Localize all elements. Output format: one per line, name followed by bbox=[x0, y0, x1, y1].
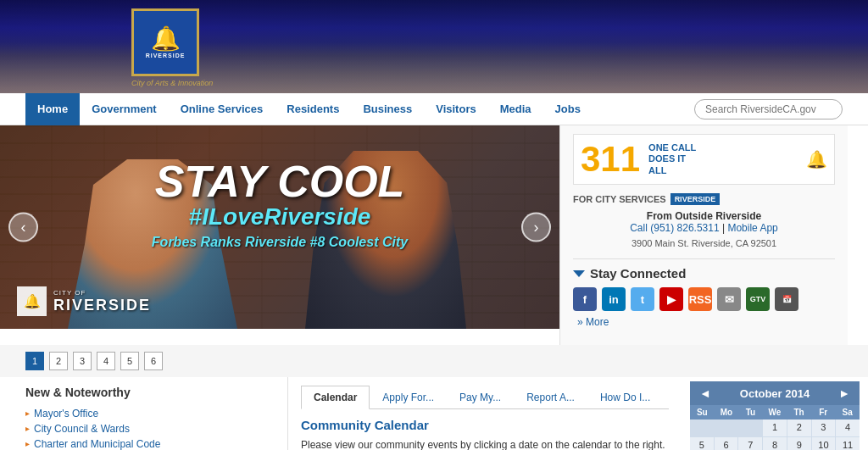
nav-items: Home Government Online Services Resident… bbox=[25, 93, 694, 125]
search-input[interactable] bbox=[694, 99, 843, 119]
cal-day-7[interactable]: 7 bbox=[738, 437, 762, 450]
nav-item-home[interactable]: Home bbox=[25, 93, 80, 125]
main-content: STAY COOL #ILoveRiverside Forbes Ranks R… bbox=[0, 125, 868, 345]
hero-next-button[interactable]: › bbox=[521, 213, 551, 242]
box-311: 311 ONE CALL DOES IT ALL 🔔 bbox=[573, 134, 835, 185]
slider-dot-3[interactable]: 3 bbox=[73, 352, 92, 370]
linkedin-icon[interactable]: in bbox=[602, 287, 626, 311]
nav-item-government[interactable]: Government bbox=[80, 93, 169, 125]
slider-dots: 1 2 3 4 5 6 bbox=[0, 345, 868, 377]
tab-calendar[interactable]: Calendar bbox=[301, 386, 370, 409]
rss-icon[interactable]: RSS bbox=[688, 287, 712, 311]
nav-item-online-services[interactable]: Online Services bbox=[169, 93, 275, 125]
hero-text: STAY COOL #ILoveRiverside Forbes Ranks R… bbox=[68, 159, 492, 250]
hero-hashtag: #ILoveRiverside bbox=[68, 203, 492, 231]
cal-day-4[interactable]: 4 bbox=[836, 419, 860, 436]
outside-riverside-label: From Outside Riverside bbox=[647, 210, 761, 222]
charter-link[interactable]: Charter and Municipal Code bbox=[34, 438, 160, 450]
day-we: We bbox=[763, 408, 787, 417]
cal-empty bbox=[738, 419, 762, 436]
stay-connected-section: Stay Connected f in t ▶ RSS ✉ GTV 📅 » Mo… bbox=[573, 266, 835, 328]
social-icons-row: f in t ▶ RSS ✉ GTV 📅 » More bbox=[573, 287, 835, 328]
tab-apply-for[interactable]: Apply For... bbox=[370, 386, 447, 409]
slider-dot-2[interactable]: 2 bbox=[49, 352, 68, 370]
cal-day-8[interactable]: 8 bbox=[763, 437, 787, 450]
cal-empty bbox=[715, 419, 738, 436]
cal-empty bbox=[690, 419, 714, 436]
cal-day-1[interactable]: 1 bbox=[763, 419, 787, 436]
triangle-icon bbox=[573, 270, 585, 277]
tab-pay-my[interactable]: Pay My... bbox=[447, 386, 514, 409]
cal-day-6[interactable]: 6 bbox=[715, 437, 738, 450]
hero-slider: STAY COOL #ILoveRiverside Forbes Ranks R… bbox=[0, 125, 559, 329]
gtv-icon[interactable]: GTV bbox=[746, 287, 770, 311]
list-item-mayors-office: Mayor's Office bbox=[25, 406, 270, 421]
cal-day-10[interactable]: 10 bbox=[812, 437, 836, 450]
cal-day-5[interactable]: 5 bbox=[690, 437, 714, 450]
day-tu: Tu bbox=[738, 408, 763, 417]
calendar-small-icon[interactable]: 📅 bbox=[775, 287, 798, 311]
slider-dot-6[interactable]: 6 bbox=[144, 352, 163, 370]
nav-item-visitors[interactable]: Visitors bbox=[424, 93, 487, 125]
calendar-description: Please view our community events by clic… bbox=[301, 437, 669, 450]
slider-dot-5[interactable]: 5 bbox=[120, 352, 139, 370]
logo-container: 🔔 RIVERSIDE City of Arts & Innovation bbox=[131, 8, 213, 87]
tab-report-a[interactable]: Report A... bbox=[514, 386, 587, 409]
num-311: 311 bbox=[581, 142, 640, 177]
hero-logo: 🔔 CITY OF RIVERSIDE bbox=[17, 286, 151, 316]
calendar-days-header: Su Mo Tu We Th Fr Sa bbox=[690, 405, 860, 419]
banner-lights bbox=[0, 42, 868, 93]
calendar-month-label: October 2014 bbox=[740, 387, 810, 400]
for-city-text: FOR CITY SERVICES bbox=[573, 194, 666, 204]
bell-icon: 🔔 bbox=[151, 27, 181, 51]
mayors-office-link[interactable]: Mayor's Office bbox=[34, 408, 98, 419]
more-link[interactable]: » More bbox=[577, 316, 609, 328]
left-col: New & Noteworthy Mayor's Office City Cou… bbox=[0, 377, 288, 450]
311-bell-icon: 🔔 bbox=[806, 149, 827, 169]
day-fr: Fr bbox=[811, 408, 836, 417]
new-noteworthy-title: New & Noteworthy bbox=[25, 386, 270, 399]
hero-subtitle: Forbes Ranks Riverside #8 Coolest City bbox=[68, 235, 492, 250]
riverside-badge: RIVERSIDE bbox=[670, 193, 721, 205]
logo-subtitle: City of Arts & Innovation bbox=[131, 79, 213, 87]
nav-item-business[interactable]: Business bbox=[351, 93, 424, 125]
nav-item-residents[interactable]: Residents bbox=[275, 93, 351, 125]
hero-logo-icon: 🔔 bbox=[17, 286, 47, 316]
email-icon[interactable]: ✉ bbox=[717, 287, 741, 311]
list-item-city-council: City Council & Wards bbox=[25, 421, 270, 436]
slider-dot-4[interactable]: 4 bbox=[97, 352, 115, 370]
city-council-link[interactable]: City Council & Wards bbox=[34, 423, 130, 435]
cal-day-2[interactable]: 2 bbox=[787, 419, 811, 436]
right-sidebar: 311 ONE CALL DOES IT ALL 🔔 FOR CITY SERV… bbox=[559, 125, 848, 345]
list-item-charter: Charter and Municipal Code bbox=[25, 436, 270, 450]
banner: 🔔 RIVERSIDE City of Arts & Innovation bbox=[0, 0, 868, 93]
nav-search bbox=[694, 99, 843, 119]
hero-prev-button[interactable]: ‹ bbox=[8, 213, 38, 242]
bottom-wrapper: New & Noteworthy Mayor's Office City Cou… bbox=[0, 377, 868, 450]
twitter-icon[interactable]: t bbox=[631, 287, 654, 311]
facebook-icon[interactable]: f bbox=[573, 287, 597, 311]
cal-day-3[interactable]: 3 bbox=[812, 419, 836, 436]
address-text: 3900 Main St. Riverside, CA 92501 bbox=[573, 238, 835, 248]
nav-item-media[interactable]: Media bbox=[488, 93, 543, 125]
noteworthy-list: Mayor's Office City Council & Wards Char… bbox=[25, 406, 270, 450]
mobile-app-link[interactable]: Mobile App bbox=[727, 222, 777, 234]
community-calendar-title: Community Calendar bbox=[301, 418, 669, 432]
calendar-header: ◄ October 2014 ► bbox=[690, 381, 860, 405]
youtube-icon[interactable]: ▶ bbox=[659, 287, 683, 311]
middle-col: Calendar Apply For... Pay My... Report A… bbox=[288, 377, 682, 450]
phone-link[interactable]: Call (951) 826.5311 bbox=[630, 222, 719, 234]
calendar-prev-button[interactable]: ◄ bbox=[695, 386, 715, 400]
hero-logo-city-label: CITY OF bbox=[53, 289, 151, 297]
slider-dot-1[interactable]: 1 bbox=[25, 352, 44, 370]
cal-day-11[interactable]: 11 bbox=[836, 437, 860, 450]
stay-connected-title: Stay Connected bbox=[590, 266, 686, 281]
box-311-tagline-block: ONE CALL DOES IT ALL bbox=[648, 142, 798, 176]
outside-riverside-block: From Outside Riverside Call (951) 826.53… bbox=[573, 210, 835, 234]
nav-item-jobs[interactable]: Jobs bbox=[543, 93, 593, 125]
tab-how-do-i[interactable]: How Do I... bbox=[587, 386, 663, 409]
tabs-bar: Calendar Apply For... Pay My... Report A… bbox=[301, 386, 669, 409]
calendar-next-button[interactable]: ► bbox=[834, 386, 854, 400]
cal-day-9[interactable]: 9 bbox=[787, 437, 811, 450]
logo-riverside-text: RIVERSIDE bbox=[146, 53, 186, 58]
